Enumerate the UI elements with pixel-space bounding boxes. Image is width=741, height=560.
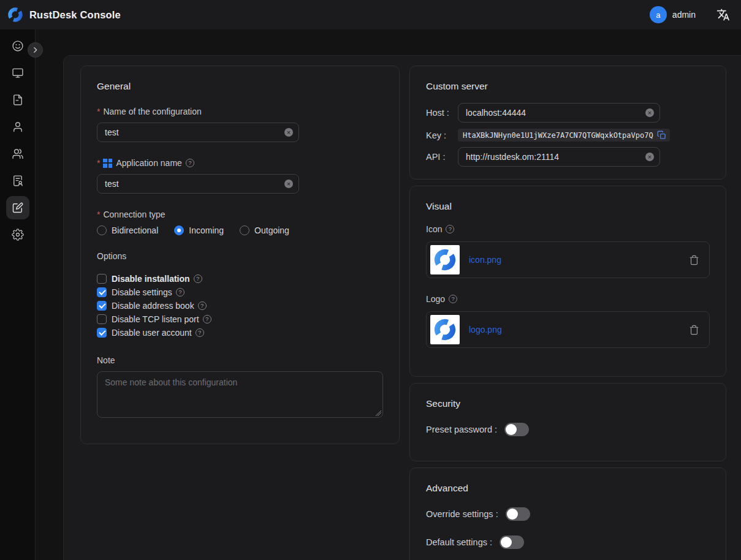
- application-name-label: * Application name ?: [97, 158, 383, 168]
- checkbox-unchecked[interactable]: [97, 274, 107, 284]
- required-marker: *: [97, 158, 100, 168]
- clear-icon[interactable]: ×: [284, 180, 293, 188]
- key-value: HtaXBkJNHyn0e1U1jWXze7A7CN7QTGWqxkOtpaVp…: [463, 131, 653, 140]
- custom-server-card: Custom server Host : × Key : HtaXBkJNHy: [409, 66, 726, 180]
- preset-password-label: Preset password :: [426, 425, 497, 434]
- key-box: HtaXBkJNHyn0e1U1jWXze7A7CN7QTGWqxkOtpaVp…: [458, 129, 670, 142]
- help-icon[interactable]: ?: [449, 295, 457, 303]
- default-settings-row: Default settings :: [426, 535, 710, 549]
- sidebar-item-sessions[interactable]: [6, 88, 29, 112]
- document-icon: [12, 94, 24, 106]
- help-icon[interactable]: ?: [176, 288, 184, 297]
- clear-icon[interactable]: ×: [645, 153, 654, 161]
- override-settings-row: Override settings :: [426, 507, 710, 521]
- chevron-right-icon: [31, 46, 39, 54]
- avatar[interactable]: a: [650, 6, 667, 23]
- sidebar-item-custom-clients[interactable]: [6, 196, 29, 219]
- config-name-input[interactable]: [97, 123, 299, 142]
- preset-password-row: Preset password :: [426, 423, 710, 436]
- sidebar-item-dashboard[interactable]: [6, 34, 29, 58]
- sidebar: [0, 29, 36, 560]
- clear-icon[interactable]: ×: [645, 108, 654, 117]
- icon-thumbnail: [430, 245, 460, 274]
- api-field-wrap: ×: [458, 147, 660, 167]
- option-disable-installation: Disable installation ?: [97, 272, 383, 286]
- default-settings-toggle[interactable]: [500, 535, 524, 549]
- icon-file-link[interactable]: icon.png: [469, 255, 501, 265]
- security-title: Security: [426, 398, 710, 409]
- visual-card: Visual Icon ? icon.png: [409, 186, 726, 377]
- override-settings-toggle[interactable]: [506, 507, 530, 521]
- smiley-icon: [12, 40, 24, 52]
- default-settings-label: Default settings :: [426, 537, 492, 547]
- general-title: General: [97, 81, 383, 92]
- required-marker: *: [97, 107, 100, 116]
- radio-outgoing[interactable]: Outgoing: [240, 225, 289, 235]
- content-area: General * Name of the configuration × * …: [36, 29, 741, 560]
- checkbox-checked[interactable]: [97, 328, 107, 338]
- gear-icon: [12, 229, 24, 241]
- radio-icon: [97, 225, 107, 235]
- checkbox-unchecked[interactable]: [97, 314, 107, 324]
- host-input[interactable]: [458, 103, 660, 123]
- visual-title: Visual: [426, 201, 710, 212]
- user-icon: [12, 121, 24, 133]
- host-field-wrap: ×: [458, 103, 660, 123]
- radio-icon: [240, 225, 249, 235]
- host-label: Host :: [426, 108, 458, 118]
- custom-server-title: Custom server: [426, 81, 710, 92]
- key-row: Key : HtaXBkJNHyn0e1U1jWXze7A7CN7QTGWqxk…: [426, 129, 710, 142]
- logo-file-link[interactable]: logo.png: [469, 325, 502, 335]
- sidebar-item-settings[interactable]: [6, 223, 29, 246]
- config-name-label: * Name of the configuration: [97, 107, 383, 116]
- edit-icon: [12, 202, 24, 214]
- checkbox-checked[interactable]: [97, 287, 107, 297]
- config-name-field-wrap: ×: [97, 123, 299, 142]
- general-card: General * Name of the configuration × * …: [80, 66, 400, 444]
- help-icon[interactable]: ?: [198, 301, 207, 310]
- help-icon[interactable]: ?: [186, 159, 194, 167]
- help-icon[interactable]: ?: [194, 274, 202, 283]
- checkbox-checked[interactable]: [97, 301, 107, 311]
- option-disable-user-account: Disable user account ?: [97, 326, 383, 339]
- rustdesk-logo: [7, 7, 23, 23]
- brand: RustDesk Console: [7, 7, 121, 23]
- application-name-input[interactable]: [97, 174, 299, 194]
- logo-file-row: logo.png: [426, 311, 710, 348]
- sidebar-item-users[interactable]: [6, 115, 29, 138]
- sidebar-expand-button[interactable]: [28, 42, 43, 58]
- radio-incoming[interactable]: Incoming: [174, 225, 224, 235]
- preset-password-toggle[interactable]: [504, 423, 529, 436]
- options-label: Options: [97, 251, 383, 261]
- api-input[interactable]: [458, 147, 660, 167]
- trash-icon[interactable]: [689, 255, 699, 265]
- logo-label: Logo ?: [426, 294, 710, 304]
- connection-type-label: * Connection type: [97, 210, 383, 219]
- top-bar: RustDesk Console a admin: [0, 0, 741, 29]
- security-card: Security Preset password :: [409, 383, 726, 461]
- audit-log-icon: [12, 175, 24, 187]
- option-disable-settings: Disable settings ?: [97, 286, 383, 299]
- advanced-card: Advanced Override settings : Default set…: [409, 467, 726, 560]
- note-textarea[interactable]: [97, 371, 383, 418]
- translate-icon[interactable]: [716, 8, 730, 21]
- clear-icon[interactable]: ×: [284, 128, 293, 137]
- sidebar-item-groups[interactable]: [6, 142, 29, 165]
- main-panel: General * Name of the configuration × * …: [63, 55, 741, 560]
- radio-bidirectional[interactable]: Bidirectional: [97, 225, 158, 235]
- api-row: API : ×: [426, 147, 710, 167]
- override-settings-label: Override settings :: [426, 509, 498, 519]
- copy-icon[interactable]: [657, 131, 666, 140]
- sidebar-item-audit[interactable]: [6, 169, 29, 192]
- help-icon[interactable]: ?: [196, 328, 204, 337]
- trash-icon[interactable]: [689, 325, 699, 335]
- help-icon[interactable]: ?: [446, 225, 454, 233]
- radio-icon-checked: [174, 225, 184, 235]
- note-label: Note: [97, 355, 383, 365]
- rustdesk-logo: [433, 318, 457, 341]
- help-icon[interactable]: ?: [203, 315, 211, 324]
- sidebar-item-devices[interactable]: [6, 61, 29, 85]
- api-label: API :: [426, 152, 458, 162]
- icon-file-row: icon.png: [426, 241, 710, 278]
- application-name-field-wrap: ×: [97, 174, 299, 194]
